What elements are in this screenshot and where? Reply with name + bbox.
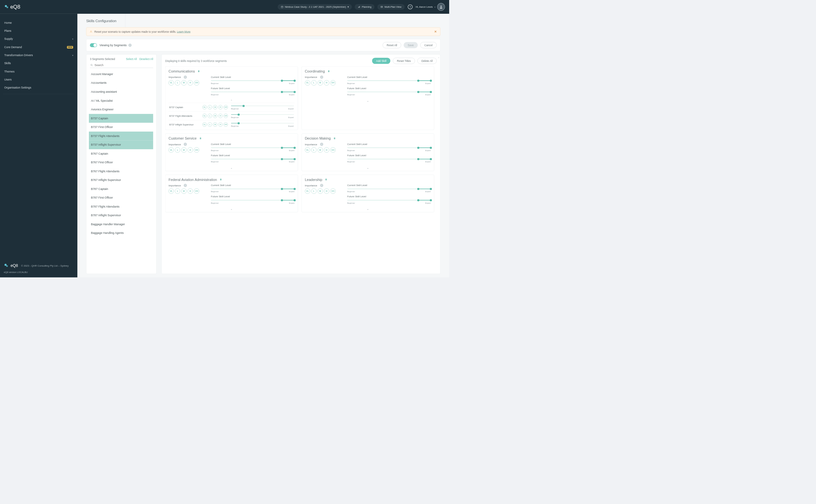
importance-pill[interactable]: VH — [194, 188, 199, 194]
detail-slider[interactable] — [231, 113, 294, 116]
importance-pill[interactable]: VH — [194, 147, 199, 153]
nav-home[interactable]: Home — [0, 19, 77, 27]
skill-slider[interactable] — [347, 188, 431, 190]
importance-pill[interactable]: H — [218, 122, 222, 126]
segments-list[interactable]: Account ManagerAccountantsAccounting ass… — [89, 70, 154, 272]
chevron-up-icon[interactable]: ⌃ — [438, 57, 439, 60]
nav-skills[interactable]: Skills — [0, 59, 77, 67]
segment-item[interactable]: B787 First Officer — [89, 193, 153, 202]
segment-item[interactable]: B787 Captain — [89, 184, 153, 193]
segment-item[interactable]: Account Manager — [89, 70, 153, 79]
importance-pill[interactable]: L — [208, 114, 212, 118]
importance-pill[interactable]: L — [175, 80, 180, 86]
importance-pill[interactable]: H — [324, 147, 329, 153]
close-icon[interactable]: ✕ — [434, 30, 437, 33]
segment-item[interactable]: B767 First Officer — [89, 158, 153, 167]
importance-pill[interactable]: VL — [305, 80, 310, 86]
trash-icon[interactable] — [219, 178, 222, 181]
importance-pill[interactable]: VH — [224, 122, 228, 126]
cancel-button[interactable]: Cancel — [420, 42, 437, 48]
segment-item[interactable]: Avionics Engineer — [89, 105, 153, 114]
brand-logo[interactable]: eQ8 — [4, 4, 20, 10]
importance-pill[interactable]: L — [175, 188, 180, 194]
save-button[interactable]: Save — [404, 42, 418, 48]
segment-item[interactable]: Baggage Handler Manager — [89, 220, 153, 229]
importance-pill[interactable]: VH — [330, 188, 336, 194]
trash-icon[interactable] — [197, 70, 200, 73]
importance-pill[interactable]: L — [311, 147, 317, 153]
importance-pill[interactable]: L — [311, 188, 317, 194]
case-study-dropdown[interactable]: Nimbus Case Study - 2.1 UAT 2021 - 2025 … — [278, 4, 352, 10]
search-input[interactable] — [95, 64, 153, 67]
skill-slider[interactable] — [211, 199, 295, 201]
nav-transformation[interactable]: Transformation Drivers▾ — [0, 51, 77, 59]
chevron-down-icon[interactable]: ⌄ — [168, 206, 295, 211]
importance-pill[interactable]: H — [218, 114, 222, 118]
importance-pill[interactable]: M — [213, 105, 217, 109]
skill-slider[interactable] — [347, 158, 431, 160]
skill-slider[interactable] — [211, 91, 295, 93]
importance-pill[interactable]: VH — [224, 114, 228, 118]
nav-org-settings[interactable]: Organisation Settings — [0, 84, 77, 92]
segment-item[interactable]: B737 First Officer — [89, 123, 153, 132]
importance-pill[interactable]: M — [318, 80, 323, 86]
info-icon[interactable]: i — [184, 76, 187, 79]
skill-slider[interactable] — [347, 80, 431, 82]
importance-pill[interactable]: H — [188, 188, 193, 194]
info-icon[interactable]: i — [320, 143, 323, 146]
importance-pill[interactable]: M — [213, 114, 217, 118]
skill-slider[interactable] — [347, 199, 431, 201]
info-icon[interactable]: i — [184, 184, 187, 187]
segment-item[interactable]: B767 Captain — [89, 149, 153, 158]
importance-pill[interactable]: VL — [202, 114, 207, 118]
importance-pill[interactable]: VL — [168, 188, 174, 194]
importance-pill[interactable]: VL — [168, 80, 174, 86]
chevron-down-icon[interactable]: ⌄ — [305, 98, 431, 103]
segment-item[interactable]: Accounting assistant — [89, 87, 153, 96]
importance-pill[interactable]: VL — [202, 122, 207, 126]
trash-icon[interactable] — [325, 178, 328, 181]
importance-pill[interactable]: M — [318, 188, 323, 194]
importance-pill[interactable]: H — [324, 80, 329, 86]
multi-plan-button[interactable]: Multi-Plan View — [377, 4, 405, 10]
learn-more-link[interactable]: Learn More — [177, 30, 190, 33]
importance-pill[interactable]: VH — [224, 105, 228, 109]
chevron-down-icon[interactable]: ⌄ — [168, 165, 295, 170]
reset-all-button[interactable]: Reset All — [382, 42, 401, 48]
trash-icon[interactable] — [327, 70, 330, 73]
detail-slider[interactable] — [231, 122, 294, 124]
importance-pill[interactable]: M — [181, 80, 187, 86]
importance-pill[interactable]: L — [311, 80, 317, 86]
skill-slider[interactable] — [347, 147, 431, 149]
importance-pill[interactable]: VH — [330, 80, 336, 86]
help-icon[interactable]: ? — [408, 4, 413, 10]
segment-item[interactable]: B737 Captain — [89, 114, 153, 123]
detail-slider[interactable] — [231, 105, 294, 107]
segment-item[interactable]: B787 Inflight Supervisor — [89, 211, 153, 220]
importance-pill[interactable]: VL — [168, 147, 174, 153]
importance-pill[interactable]: H — [324, 188, 329, 194]
importance-pill[interactable]: VH — [194, 80, 199, 86]
view-toggle[interactable] — [90, 43, 97, 47]
trash-icon[interactable] — [199, 137, 202, 140]
info-icon[interactable]: i — [320, 184, 323, 187]
importance-pill[interactable]: VL — [305, 188, 310, 194]
segment-item[interactable]: B767 Flight Attendants — [89, 167, 153, 176]
nav-users[interactable]: Users — [0, 76, 77, 84]
select-all-link[interactable]: Select All — [126, 57, 137, 60]
importance-pill[interactable]: M — [318, 147, 323, 153]
importance-pill[interactable]: M — [213, 122, 217, 126]
segment-item[interactable]: Accountants — [89, 79, 153, 88]
importance-pill[interactable]: L — [208, 105, 212, 109]
chevron-up-icon[interactable]: ⌃ — [168, 98, 295, 103]
importance-pill[interactable]: L — [208, 122, 212, 126]
chevron-down-icon[interactable]: ⌄ — [305, 165, 431, 170]
importance-pill[interactable]: M — [181, 188, 187, 194]
importance-pill[interactable]: VL — [305, 147, 310, 153]
importance-pill[interactable]: VL — [202, 105, 207, 109]
segment-item[interactable]: B737 Flight Attendants — [89, 132, 153, 141]
importance-pill[interactable]: VH — [330, 147, 336, 153]
importance-pill[interactable]: M — [181, 147, 187, 153]
nav-core-demand[interactable]: Core DemandNEW — [0, 43, 77, 51]
importance-pill[interactable]: L — [175, 147, 180, 153]
